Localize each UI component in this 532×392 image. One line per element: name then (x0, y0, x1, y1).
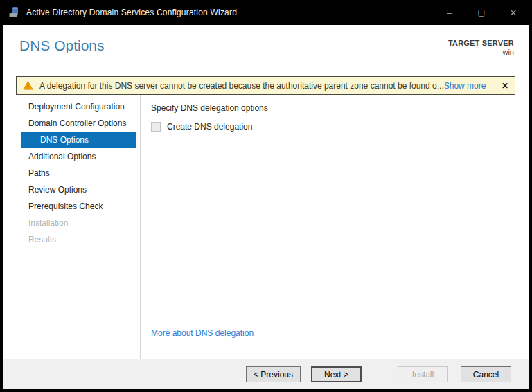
create-dns-delegation-label: Create DNS delegation (167, 122, 252, 132)
previous-button[interactable]: < Previous (246, 366, 301, 382)
wizard-steps-sidebar: Deployment Configuration Domain Controll… (3, 95, 141, 359)
dns-options-panel: Specify DNS delegation options Create DN… (141, 95, 529, 359)
warning-banner: A delegation for this DNS server cannot … (16, 76, 515, 95)
more-about-dns-delegation-link[interactable]: More about DNS delegation (151, 328, 254, 338)
target-server-block: TARGET SERVER win (448, 37, 514, 56)
minimize-button[interactable]: – (434, 0, 466, 25)
sidebar-item-additional-options[interactable]: Additional Options (3, 148, 140, 165)
wizard-window: Active Directory Domain Services Configu… (0, 0, 532, 392)
install-button: Install (398, 366, 448, 382)
page-title: DNS Options (19, 37, 105, 54)
target-server-label: TARGET SERVER (448, 39, 514, 47)
sidebar-item-prerequisites-check[interactable]: Prerequisites Check (3, 198, 140, 215)
banner-close-icon[interactable]: ✕ (493, 81, 508, 91)
next-button[interactable]: Next > (311, 366, 362, 382)
window-title: Active Directory Domain Services Configu… (26, 8, 237, 17)
sidebar-item-results: Results (3, 231, 140, 248)
instruction-text: Specify DNS delegation options (151, 103, 518, 113)
warning-icon (23, 81, 33, 90)
cancel-button[interactable]: Cancel (461, 366, 511, 382)
create-dns-delegation-row: Create DNS delegation (151, 122, 518, 132)
maximize-button[interactable]: ▢ (466, 0, 497, 25)
wizard-body: DNS Options TARGET SERVER win A delegati… (3, 25, 529, 389)
main-area: Deployment Configuration Domain Controll… (3, 95, 529, 359)
sidebar-item-review-options[interactable]: Review Options (3, 181, 140, 198)
sidebar-item-dns-options[interactable]: DNS Options (21, 132, 136, 148)
sidebar-item-deployment-configuration[interactable]: Deployment Configuration (3, 98, 140, 115)
close-button[interactable]: ✕ (497, 0, 529, 25)
server-app-icon (8, 6, 21, 19)
sidebar-item-paths[interactable]: Paths (3, 165, 140, 181)
wizard-footer: < Previous Next > Install Cancel (3, 359, 529, 389)
sidebar-item-domain-controller-options[interactable]: Domain Controller Options (3, 115, 140, 132)
sidebar-item-installation: Installation (3, 215, 140, 231)
target-server-value: win (448, 48, 514, 56)
warning-message: A delegation for this DNS server cannot … (39, 81, 444, 91)
titlebar: Active Directory Domain Services Configu… (3, 0, 529, 25)
show-more-link[interactable]: Show more (444, 81, 486, 91)
window-controls: – ▢ ✕ (434, 0, 529, 25)
create-dns-delegation-checkbox (151, 122, 161, 132)
page-header: DNS Options TARGET SERVER win (3, 25, 529, 76)
